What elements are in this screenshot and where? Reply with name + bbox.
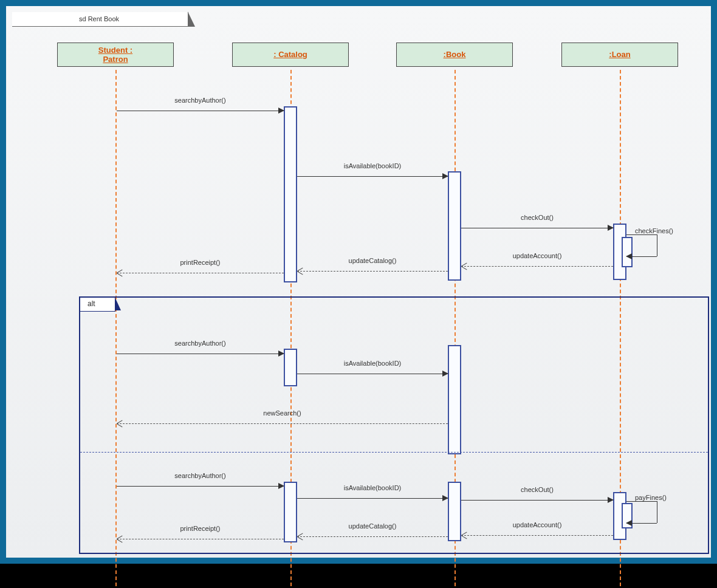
msg-updateCatalog-2: updateCatalog() bbox=[297, 532, 448, 542]
alt-label-tab: alt bbox=[79, 296, 115, 312]
msg-searchbyAuthor-2: searchbyAuthor() bbox=[117, 349, 284, 359]
participant-patron: Student : Patron bbox=[57, 43, 174, 67]
msg-label: payFines() bbox=[635, 494, 667, 501]
msg-searchbyAuthor-1: searchbyAuthor() bbox=[117, 106, 284, 116]
msg-label: updateCatalog() bbox=[297, 522, 448, 530]
alt-separator bbox=[80, 452, 708, 453]
msg-isAvailable-3: isAvailable(bookID) bbox=[297, 494, 448, 504]
msg-label: checkFines() bbox=[635, 227, 673, 234]
alt-label: alt bbox=[87, 299, 95, 308]
participant-catalog: : Catalog bbox=[232, 43, 349, 67]
diagram-frame: sd Rent Book Student : Patron : Catalog … bbox=[0, 0, 717, 564]
msg-updateAccount-1: updateAccount() bbox=[461, 262, 613, 272]
participant-patron-label-bot: Patron bbox=[58, 55, 173, 64]
msg-label: updateAccount() bbox=[461, 521, 613, 528]
activation-loan-1b bbox=[622, 237, 633, 267]
activation-book-1 bbox=[448, 171, 461, 281]
msg-label: newSearch() bbox=[117, 409, 448, 417]
msg-label: isAvailable(bookID) bbox=[297, 484, 448, 491]
msg-label: searchbyAuthor() bbox=[117, 340, 284, 347]
msg-isAvailable-2: isAvailable(bookID) bbox=[297, 369, 448, 379]
msg-label: printReceipt() bbox=[117, 525, 284, 532]
msg-label: searchbyAuthor() bbox=[117, 472, 284, 479]
participant-loan: :Loan bbox=[561, 43, 678, 67]
participant-loan-label: :Loan bbox=[562, 43, 678, 66]
msg-printReceipt-2: printReceipt() bbox=[117, 535, 284, 544]
msg-label: updateCatalog() bbox=[297, 257, 448, 264]
msg-checkOut-1: checkOut() bbox=[461, 224, 613, 233]
participant-book-label: :Book bbox=[397, 43, 512, 66]
msg-label: isAvailable(bookID) bbox=[297, 360, 448, 367]
msg-label: checkOut() bbox=[461, 486, 613, 493]
msg-label: isAvailable(bookID) bbox=[297, 162, 448, 169]
msg-updateCatalog-1: updateCatalog() bbox=[297, 267, 448, 276]
msg-label: updateAccount() bbox=[461, 252, 613, 259]
participant-book: :Book bbox=[396, 43, 513, 67]
frame-title: sd Rent Book bbox=[79, 15, 119, 22]
msg-updateAccount-2: updateAccount() bbox=[461, 531, 613, 541]
participant-catalog-label: : Catalog bbox=[233, 43, 348, 66]
msg-label: printReceipt() bbox=[117, 259, 284, 266]
msg-printReceipt-1: printReceipt() bbox=[117, 268, 284, 278]
msg-searchbyAuthor-3: searchbyAuthor() bbox=[117, 482, 284, 491]
frame-title-tab: sd Rent Book bbox=[12, 12, 188, 27]
msg-label: searchbyAuthor() bbox=[117, 97, 284, 104]
participant-patron-label-top: Student : bbox=[58, 46, 173, 55]
msg-checkOut-2: checkOut() bbox=[461, 496, 613, 505]
activation-catalog-1 bbox=[284, 106, 297, 282]
msg-label: checkOut() bbox=[461, 214, 613, 221]
msg-newSearch: newSearch() bbox=[117, 419, 448, 429]
msg-isAvailable-1: isAvailable(bookID) bbox=[297, 172, 448, 182]
